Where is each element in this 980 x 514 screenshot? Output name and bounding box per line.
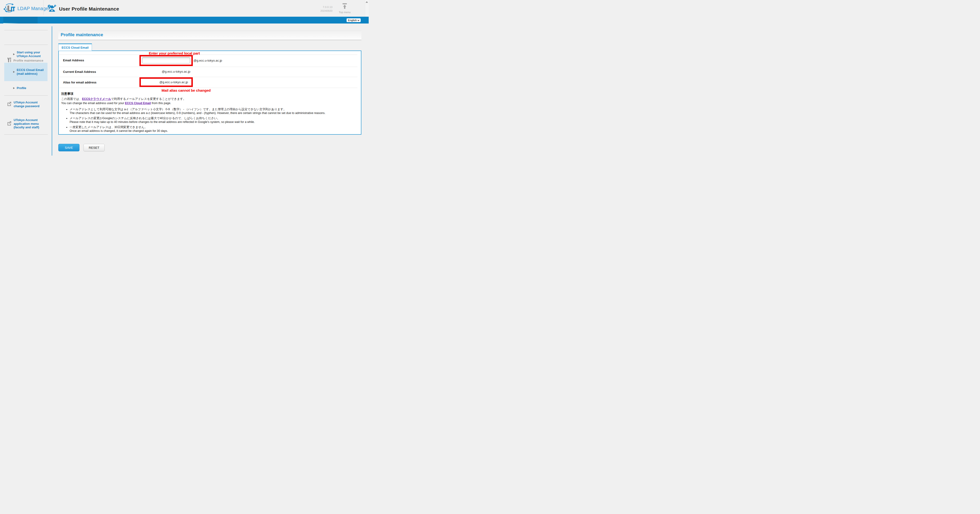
sidebar-item-label: Profile bbox=[17, 86, 26, 90]
notes-intro-jp-text: この画面では、 bbox=[61, 97, 82, 101]
page-title-group: User Profile Maintenance bbox=[47, 4, 119, 14]
sidebar-link-application-menu[interactable]: UTokyo Account application menu (faculty… bbox=[6, 118, 45, 129]
annotation-mail-alias: Mail alias cannot be changed bbox=[162, 88, 211, 93]
sidebar-item-profile[interactable]: Profile bbox=[4, 85, 48, 91]
bullet-en: Once an email address is changed, it can… bbox=[70, 129, 355, 133]
external-link-icon bbox=[6, 121, 12, 127]
language-select[interactable]: English bbox=[347, 18, 361, 22]
row-separator bbox=[59, 77, 357, 77]
app-logo-text: LDAP Manager bbox=[18, 6, 50, 11]
email-local-part-input[interactable] bbox=[142, 57, 190, 63]
ldap-manager-logo-icon bbox=[3, 3, 16, 14]
bullet-en: Please note that it may take up to 40 mi… bbox=[70, 120, 355, 124]
sidebar-link-label: UTokyo Account application menu (faculty… bbox=[14, 118, 45, 129]
top-menu-button[interactable]: Top menu bbox=[338, 3, 351, 15]
user-profile-icon bbox=[47, 4, 56, 14]
app-header: LDAP Manager bbox=[0, 0, 369, 17]
header-divider bbox=[43, 0, 44, 15]
notes-bullet-list: メールアドレスとして利用可能な文字は a-z （アルファベット小文字） 0-9 … bbox=[70, 108, 355, 133]
sidebar: Profile maintenance Start using your UTo… bbox=[0, 24, 52, 194]
triangle-right-icon bbox=[13, 71, 15, 73]
row-separator bbox=[59, 54, 357, 55]
bullet-jp: メールアドレスとして利用可能な文字は a-z （アルファベット小文字） 0-9 … bbox=[70, 108, 355, 111]
bullet-en: The characters that can be used for the … bbox=[70, 111, 355, 115]
alias-email-address-value: @g.ecc.u-tokyo.ac.jp bbox=[141, 79, 191, 84]
email-domain-suffix: @g.ecc.u-tokyo.ac.jp bbox=[194, 59, 222, 62]
top-menu-icon bbox=[342, 3, 347, 10]
page: LDAP Manager bbox=[0, 0, 369, 194]
page-heading-band bbox=[58, 30, 361, 40]
eccs-cloud-email-link-en[interactable]: ECCS Cloud Email bbox=[125, 102, 151, 105]
alias-for-email-address-label: Alias for email address bbox=[63, 81, 96, 84]
alias-highlight-box: @g.ecc.u-tokyo.ac.jp bbox=[139, 77, 193, 87]
page-title: User Profile Maintenance bbox=[59, 6, 119, 12]
sidebar-divider bbox=[4, 95, 48, 96]
notes-bullet: メールアドレスとして利用可能な文字は a-z （アルファベット小文字） 0-9 … bbox=[70, 108, 355, 115]
reset-button[interactable]: RESET bbox=[83, 144, 105, 151]
sidebar-item-eccs-cloud-email[interactable]: ECCS Cloud Email (mail address) bbox=[4, 63, 48, 81]
navbar-active-item[interactable] bbox=[3, 17, 38, 24]
top-navbar: English bbox=[0, 17, 369, 24]
external-link-icon bbox=[6, 101, 12, 108]
top-menu-label: Top menu bbox=[339, 11, 351, 14]
email-input-highlight-box bbox=[139, 55, 193, 66]
sidebar-link-change-password[interactable]: UTokyo Account change password bbox=[6, 101, 42, 108]
notes-intro-en-text: from this page. bbox=[151, 102, 171, 105]
tab-label: ECCS Cloud Email bbox=[59, 44, 92, 49]
eccs-cloud-mail-link-jp[interactable]: ECCSクラウドメール bbox=[82, 97, 111, 101]
notes-intro-en: You can change the email address used fo… bbox=[61, 101, 355, 105]
notes-bullet: 一度変更したメールアドレスは、30日間変更できません。 Once an emai… bbox=[70, 125, 355, 133]
notes-bullet: メールアドレスの変更がGoogleのシステムに反映されるには最大で40分かかるの… bbox=[70, 116, 355, 124]
bullet-jp: 一度変更したメールアドレスは、30日間変更できません。 bbox=[70, 125, 355, 129]
bullet-jp: メールアドレスの変更がGoogleのシステムに反映されるには最大で40分かかるの… bbox=[70, 116, 355, 121]
notes-intro-jp-text: で利用するメールアドレスを変更することができます。 bbox=[111, 97, 186, 101]
annotation-email-local-part: Enter your preferred local part bbox=[149, 51, 200, 56]
sidebar-item-label: Start using your UTokyo Account bbox=[17, 51, 45, 58]
triangle-right-icon bbox=[13, 53, 15, 55]
scrollbar-up-icon[interactable] bbox=[366, 1, 368, 3]
save-button[interactable]: SAVE bbox=[58, 144, 80, 151]
sidebar-divider bbox=[4, 44, 48, 45]
tab-eccs-cloud-email[interactable]: ECCS Cloud Email bbox=[58, 43, 92, 51]
version-date: 20240920 bbox=[320, 9, 332, 13]
current-email-address-value: @g.ecc.u-tokyo.ac.jp bbox=[162, 70, 191, 73]
version-info: 7.0.0.13 20240920 bbox=[320, 5, 332, 13]
current-email-address-label: Current Email Address bbox=[63, 70, 96, 73]
language-select-value: English bbox=[348, 19, 357, 22]
email-address-label: Email Address bbox=[63, 59, 84, 62]
app-logo[interactable]: LDAP Manager bbox=[3, 3, 50, 14]
notes-section: 注意事項 この画面では、ECCSクラウドメールで利用するメールアドレスを変更する… bbox=[61, 92, 355, 134]
sidebar-item-start-using-utokyo-account[interactable]: Start using your UTokyo Account bbox=[4, 49, 48, 60]
sidebar-separator-line bbox=[52, 26, 52, 155]
sidebar-item-label: ECCS Cloud Email (mail address) bbox=[17, 68, 46, 76]
sidebar-link-label: UTokyo Account change password bbox=[14, 101, 42, 108]
version-number: 7.0.0.13 bbox=[320, 5, 332, 9]
sidebar-divider bbox=[4, 30, 48, 30]
chevron-down-icon bbox=[357, 19, 360, 22]
content-page-title: Profile maintenance bbox=[60, 32, 103, 37]
notes-intro-jp: この画面では、ECCSクラウドメールで利用するメールアドレスを変更することができ… bbox=[61, 97, 355, 101]
notes-intro-en-text: You can change the email address used fo… bbox=[61, 102, 125, 105]
triangle-right-icon bbox=[13, 87, 15, 89]
